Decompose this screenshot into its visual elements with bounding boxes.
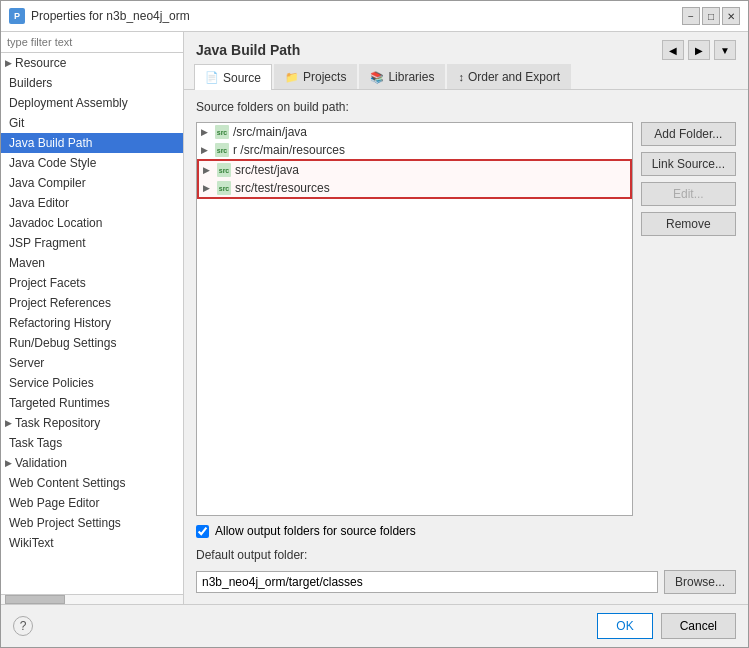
tree-row-row1[interactable]: ▶src/src/main/java [197, 123, 632, 141]
dialog-buttons: OK Cancel [597, 613, 736, 639]
highlight-box: ▶srcsrc/test/java▶srcsrc/test/resources [197, 159, 632, 199]
tree-label-row4: src/test/resources [235, 181, 330, 195]
filter-input[interactable] [1, 32, 183, 53]
sidebar-item-wikitext[interactable]: WikiText [1, 533, 183, 553]
bottom-bar: ? OK Cancel [1, 604, 748, 647]
tree-expand-row2: ▶ [201, 145, 211, 155]
sidebar-item-javadoc-location[interactable]: Javadoc Location [1, 213, 183, 233]
tab-projects[interactable]: 📁Projects [274, 64, 357, 89]
sidebar-item-service-policies[interactable]: Service Policies [1, 373, 183, 393]
tree-label-row3: src/test/java [235, 163, 299, 177]
sidebar-item-label-javadoc-location: Javadoc Location [9, 216, 102, 230]
sidebar-item-java-build-path[interactable]: Java Build Path [1, 133, 183, 153]
sidebar-item-label-run-debug-settings: Run/Debug Settings [9, 336, 116, 350]
link-source-button[interactable]: Link Source... [641, 152, 736, 176]
sidebar-item-label-web-content-settings: Web Content Settings [9, 476, 126, 490]
sidebar-item-label-java-editor: Java Editor [9, 196, 69, 210]
sidebar-item-jsp-fragment[interactable]: JSP Fragment [1, 233, 183, 253]
tab-libraries[interactable]: 📚Libraries [359, 64, 445, 89]
sidebar-item-label-wikitext: WikiText [9, 536, 54, 550]
sidebar-item-web-project-settings[interactable]: Web Project Settings [1, 513, 183, 533]
back-button[interactable]: ◀ [662, 40, 684, 60]
tree-icon-row3: src [217, 163, 231, 177]
window-controls: − □ ✕ [682, 7, 740, 25]
dropdown-button[interactable]: ▼ [714, 40, 736, 60]
source-tree[interactable]: ▶src/src/main/java▶srcr /src/main/resour… [196, 122, 633, 516]
tab-label-projects: Projects [303, 70, 346, 84]
sidebar-item-run-debug-settings[interactable]: Run/Debug Settings [1, 333, 183, 353]
help-button[interactable]: ? [13, 616, 33, 636]
sidebar-item-java-editor[interactable]: Java Editor [1, 193, 183, 213]
tab-source[interactable]: 📄Source [194, 64, 272, 90]
remove-button[interactable]: Remove [641, 212, 736, 236]
tab-label-libraries: Libraries [388, 70, 434, 84]
sidebar-item-resource[interactable]: ▶Resource [1, 53, 183, 73]
output-folder-input[interactable] [196, 571, 658, 593]
sidebar-item-label-task-repository: Task Repository [15, 416, 100, 430]
maximize-button[interactable]: □ [702, 7, 720, 25]
dialog-icon: P [9, 8, 25, 24]
tab-order-export[interactable]: ↕Order and Export [447, 64, 571, 89]
sidebar-item-label-java-compiler: Java Compiler [9, 176, 86, 190]
allow-output-checkbox[interactable] [196, 525, 209, 538]
sidebar-item-label-project-references: Project References [9, 296, 111, 310]
sidebar-item-label-web-project-settings: Web Project Settings [9, 516, 121, 530]
tree-icon-row1: src [215, 125, 229, 139]
sidebar-item-targeted-runtimes[interactable]: Targeted Runtimes [1, 393, 183, 413]
sidebar-item-task-tags[interactable]: Task Tags [1, 433, 183, 453]
sidebar-item-deployment-assembly[interactable]: Deployment Assembly [1, 93, 183, 113]
add-folder-button[interactable]: Add Folder... [641, 122, 736, 146]
sidebar-item-label-task-tags: Task Tags [9, 436, 62, 450]
sidebar-item-git[interactable]: Git [1, 113, 183, 133]
minimize-button[interactable]: − [682, 7, 700, 25]
nav-buttons: ◀ ▶ ▼ [662, 40, 736, 60]
sidebar-item-refactoring-history[interactable]: Refactoring History [1, 313, 183, 333]
sidebar-item-project-facets[interactable]: Project Facets [1, 273, 183, 293]
sidebar-item-label-builders: Builders [9, 76, 52, 90]
browse-button[interactable]: Browse... [664, 570, 736, 594]
forward-button[interactable]: ▶ [688, 40, 710, 60]
output-label: Default output folder: [196, 548, 736, 562]
tab-icon-libraries: 📚 [370, 71, 384, 84]
sidebar: ▶ResourceBuildersDeployment AssemblyGitJ… [1, 32, 184, 604]
ok-button[interactable]: OK [597, 613, 652, 639]
tab-label-source: Source [223, 71, 261, 85]
close-button[interactable]: ✕ [722, 7, 740, 25]
sidebar-item-java-compiler[interactable]: Java Compiler [1, 173, 183, 193]
sidebar-item-web-content-settings[interactable]: Web Content Settings [1, 473, 183, 493]
sidebar-item-java-code-style[interactable]: Java Code Style [1, 153, 183, 173]
tree-label-row1: /src/main/java [233, 125, 307, 139]
tree-label-row2: r /src/main/resources [233, 143, 345, 157]
expand-arrow-task-repository: ▶ [5, 418, 12, 428]
scrollbar-thumb [5, 595, 65, 604]
allow-output-row: Allow output folders for source folders [196, 524, 736, 538]
sidebar-item-task-repository[interactable]: ▶Task Repository [1, 413, 183, 433]
tree-row-row4[interactable]: ▶srcsrc/test/resources [199, 179, 630, 197]
cancel-button[interactable]: Cancel [661, 613, 736, 639]
horizontal-scrollbar [1, 594, 183, 604]
tree-icon-row2: src [215, 143, 229, 157]
tree-row-row3[interactable]: ▶srcsrc/test/java [199, 161, 630, 179]
edit-button[interactable]: Edit... [641, 182, 736, 206]
allow-output-label: Allow output folders for source folders [215, 524, 416, 538]
properties-dialog: P Properties for n3b_neo4j_orm − □ ✕ ▶Re… [0, 0, 749, 648]
sidebar-item-web-page-editor[interactable]: Web Page Editor [1, 493, 183, 513]
tab-label-order-export: Order and Export [468, 70, 560, 84]
expand-arrow-resource: ▶ [5, 58, 12, 68]
sidebar-item-server[interactable]: Server [1, 353, 183, 373]
sidebar-item-maven[interactable]: Maven [1, 253, 183, 273]
sidebar-item-label-server: Server [9, 356, 44, 370]
tab-icon-order-export: ↕ [458, 71, 464, 83]
sidebar-item-label-deployment-assembly: Deployment Assembly [9, 96, 128, 110]
main-panel: Java Build Path ◀ ▶ ▼ 📄Source📁Projects📚L… [184, 32, 748, 604]
sidebar-item-project-references[interactable]: Project References [1, 293, 183, 313]
sidebar-item-label-service-policies: Service Policies [9, 376, 94, 390]
sidebar-item-builders[interactable]: Builders [1, 73, 183, 93]
sidebar-item-label-validation: Validation [15, 456, 67, 470]
tree-expand-row1: ▶ [201, 127, 211, 137]
sidebar-item-validation[interactable]: ▶Validation [1, 453, 183, 473]
source-label: Source folders on build path: [196, 100, 736, 114]
tree-row-row2[interactable]: ▶srcr /src/main/resources [197, 141, 632, 159]
tree-icon-row4: src [217, 181, 231, 195]
dialog-content: ▶ResourceBuildersDeployment AssemblyGitJ… [1, 32, 748, 604]
